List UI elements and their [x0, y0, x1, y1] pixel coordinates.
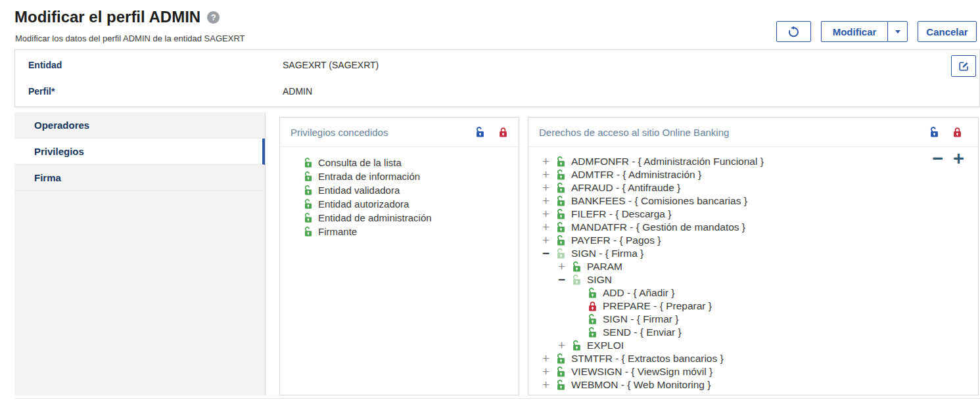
tree-row-admfonfr[interactable]: ADMFONFR - { Administración Funcional } [528, 155, 978, 168]
rights-tree: ADMFONFR - { Administración Funcional } … [528, 147, 978, 391]
privilege-label: Firmante [318, 226, 357, 237]
tree-label: ADMFONFR - { Administración Funcional } [571, 156, 764, 168]
edit-button[interactable] [951, 55, 976, 77]
reset-icon [787, 26, 800, 38]
tree-lock-icon[interactable] [572, 261, 582, 273]
lock-all-icon[interactable] [952, 127, 962, 138]
privilege-item[interactable]: Firmante [304, 225, 519, 238]
privilege-item[interactable]: Entidad autorizadora [304, 197, 519, 211]
expand-all-icon[interactable]: + [953, 150, 964, 167]
tree-row-bankfees[interactable]: BANKFEES - { Comisiones bancarias } [528, 194, 978, 208]
privilege-item[interactable]: Entrada de información [304, 169, 519, 183]
privilege-lock-icon[interactable] [304, 213, 313, 223]
tree-row-sign-exploi[interactable]: EXPLOI [528, 339, 978, 352]
privilege-label: Consulta de la lista [318, 157, 402, 168]
tree-row-sign-sign-prepare[interactable]: PREPARE - { Preparar } [528, 300, 978, 313]
tree-lock-icon[interactable] [572, 340, 582, 351]
modify-button[interactable]: Modificar [821, 21, 887, 42]
cancel-button[interactable]: Cancelar [918, 21, 977, 42]
tree-lock-icon[interactable] [556, 380, 566, 391]
tree-toggle-icon[interactable] [541, 208, 551, 220]
tree-lock-icon[interactable] [588, 314, 597, 325]
tree-row-admtfr[interactable]: ADMTFR - { Administración } [528, 168, 978, 181]
privilege-lock-icon[interactable] [304, 199, 313, 210]
unlock-all-icon[interactable] [475, 127, 485, 138]
tree-row-sign-param[interactable]: PARAM [528, 260, 978, 273]
page-title: Modificar el perfil ADMIN [14, 8, 200, 26]
tree-label: SIGN - { Firma } [571, 248, 643, 259]
tree-lock-icon[interactable] [588, 301, 597, 312]
privilege-lock-icon[interactable] [304, 185, 313, 196]
privilege-label: Entidad autorizadora [318, 198, 409, 210]
privileges-panel: Privilegios concedidos [279, 117, 519, 395]
privilege-lock-icon[interactable] [304, 227, 313, 237]
tree-lock-icon[interactable] [556, 222, 566, 233]
tree-toggle-icon[interactable] [541, 195, 551, 207]
privileges-bulk-actions [475, 127, 508, 138]
tree-toggle-icon[interactable] [541, 353, 551, 365]
tree-label: FILEFR - { Descarga } [571, 208, 671, 220]
sidebar-item-privilegios[interactable]: Privilegios [14, 139, 265, 165]
tree-row-webmon[interactable]: WEBMON - { Web Monitoring } [528, 378, 978, 391]
privilege-label: Entidad de administración [318, 212, 432, 223]
tree-label: PREPARE - { Preparar } [603, 300, 712, 312]
tree-lock-icon[interactable] [572, 275, 582, 286]
privilege-item[interactable]: Entidad de administración [304, 211, 519, 225]
tree-lock-icon[interactable] [556, 353, 566, 365]
tree-lock-icon[interactable] [556, 183, 566, 194]
tree-toggle-icon[interactable] [557, 261, 567, 273]
tree-row-sign-sign-sign[interactable]: SIGN - { Firmar } [528, 313, 978, 326]
tree-row-stmtfr[interactable]: STMTFR - { Extractos bancarios } [528, 352, 978, 365]
tree-lock-icon[interactable] [556, 196, 566, 207]
tree-toggle-icon[interactable] [541, 366, 551, 378]
profile-label: Perfil* [28, 86, 55, 97]
tree-lock-icon[interactable] [556, 248, 566, 259]
tree-toggle-icon[interactable] [557, 340, 567, 351]
tree-row-mandatfr[interactable]: MANDATFR - { Gestión de mandatos } [528, 221, 978, 234]
tree-row-payefr[interactable]: PAYEFR - { Pagos } [528, 234, 978, 247]
tree-toggle-icon[interactable] [541, 156, 551, 168]
tree-row-sign-sign-send[interactable]: SEND - { Enviar } [528, 326, 978, 339]
tree-row-viewsign[interactable]: VIEWSIGN - { ViewSign móvil } [528, 365, 978, 378]
tree-toggle-icon[interactable] [541, 248, 551, 259]
tree-toggle-icon[interactable] [541, 169, 551, 181]
tree-row-sign-sign-add[interactable]: ADD - { Añadir } [528, 286, 978, 300]
privilege-lock-icon[interactable] [304, 171, 313, 182]
help-icon[interactable]: ? [207, 11, 220, 24]
lock-all-icon[interactable] [498, 127, 508, 138]
profile-form-card: Entidad SAGEXRT (SAGEXRT) Perfil* ADMIN [14, 49, 980, 107]
tree-label: STMTFR - { Extractos bancarios } [571, 353, 724, 365]
tree-toggle-icon[interactable] [557, 274, 567, 286]
collapse-all-icon[interactable]: − [932, 150, 943, 167]
tree-toggle-icon[interactable] [541, 379, 551, 391]
entity-value: SAGEXRT (SAGEXRT) [283, 60, 379, 70]
tree-row-sign-sign[interactable]: SIGN [528, 273, 978, 286]
tree-lock-icon[interactable] [588, 327, 597, 338]
privileges-panel-title: Privilegios concedidos [291, 127, 388, 138]
sidebar-item-firma[interactable]: Firma [14, 165, 265, 191]
dropdown-caret-icon [895, 30, 900, 34]
privileges-panel-header: Privilegios concedidos [280, 118, 519, 147]
reset-button[interactable] [776, 21, 811, 42]
tree-row-sign[interactable]: SIGN - { Firma } [528, 247, 978, 260]
tree-row-filefr[interactable]: FILEFR - { Descarga } [528, 208, 978, 221]
privilege-label: Entidad validadora [318, 185, 400, 196]
tree-lock-icon[interactable] [556, 367, 566, 378]
header-actions: Modificar Cancelar [776, 21, 977, 42]
unlock-all-icon[interactable] [929, 127, 939, 138]
privilege-item[interactable]: Entidad validadora [304, 183, 519, 197]
tree-toggle-icon[interactable] [541, 182, 551, 194]
tree-lock-icon[interactable] [556, 169, 566, 181]
privilege-item[interactable]: Consulta de la lista [304, 156, 519, 169]
tree-lock-icon[interactable] [588, 288, 597, 299]
modify-dropdown-button[interactable] [887, 21, 908, 42]
sidebar-item-operadores[interactable]: Operadores [14, 112, 265, 139]
tree-toggle-icon[interactable] [541, 221, 551, 233]
tree-lock-icon[interactable] [556, 209, 566, 220]
tree-row-afraud[interactable]: AFRAUD - { Antifraude } [528, 181, 978, 194]
tree-lock-icon[interactable] [556, 156, 566, 168]
tree-lock-icon[interactable] [556, 235, 566, 246]
page-header: Modificar el perfil ADMIN ? [14, 8, 220, 26]
tree-toggle-icon[interactable] [541, 234, 551, 246]
privilege-lock-icon[interactable] [304, 158, 313, 168]
